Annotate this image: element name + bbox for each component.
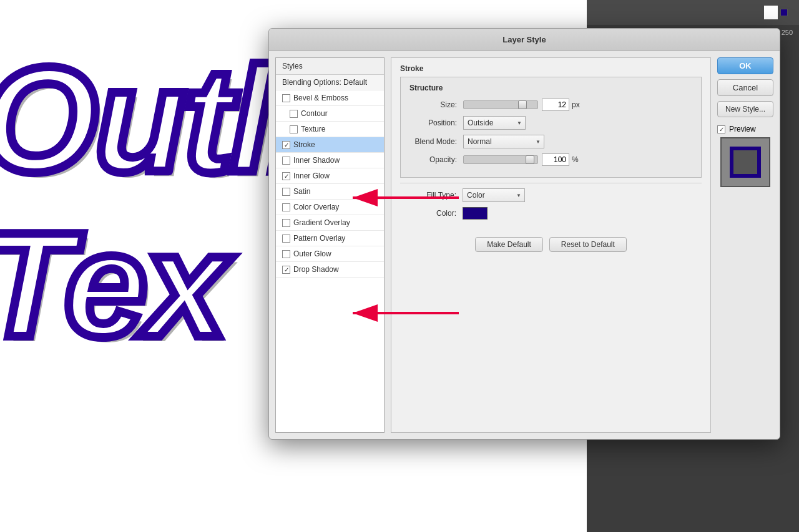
dialog-title: Layer Style	[502, 35, 546, 44]
ok-button[interactable]: OK	[717, 57, 773, 74]
styles-item-inner-shadow[interactable]: Inner Shadow	[276, 153, 384, 168]
satin-checkbox[interactable]	[282, 188, 290, 196]
drop-shadow-checkbox[interactable]	[282, 266, 290, 274]
right-action-buttons: OK Cancel New Style... Preview	[717, 57, 773, 433]
color-swatch-mini	[764, 6, 778, 19]
gradient-overlay-label: Gradient Overlay	[293, 218, 350, 227]
blend-mode-select[interactable]: Normal Multiply Screen	[463, 135, 544, 148]
size-unit: px	[572, 100, 580, 109]
size-label: Size:	[407, 100, 463, 109]
contour-checkbox[interactable]	[290, 110, 298, 118]
opacity-label: Opacity:	[407, 155, 463, 164]
size-slider-thumb	[518, 100, 527, 109]
styles-panel: Styles Blending Options: Default Bevel &…	[275, 57, 385, 433]
blending-options-label: Blending Options: Default	[282, 78, 367, 87]
preview-inner-square	[730, 147, 761, 178]
opacity-slider[interactable]	[463, 155, 538, 164]
contour-label: Contour	[301, 109, 328, 118]
preview-label-row: Preview	[717, 125, 773, 133]
gradient-overlay-checkbox[interactable]	[282, 219, 290, 227]
styles-item-texture[interactable]: Texture	[276, 122, 384, 137]
color-swatch-picker[interactable]	[463, 207, 488, 220]
blend-mode-label: Blend Mode:	[407, 137, 463, 146]
color-overlay-label: Color Overlay	[293, 203, 339, 211]
color-swatch-small	[780, 9, 788, 16]
dialog-body: Styles Blending Options: Default Bevel &…	[269, 51, 780, 439]
new-style-button[interactable]: New Style...	[717, 101, 773, 117]
opacity-unit: %	[572, 155, 579, 164]
canvas-text: Outli Tex	[0, 37, 307, 367]
outer-glow-checkbox[interactable]	[282, 250, 290, 258]
opacity-slider-thumb	[526, 155, 534, 164]
preview-box	[720, 137, 770, 187]
stroke-settings-box: Stroke Structure Size: px Position	[391, 57, 711, 433]
stroke-checkbox[interactable]	[282, 141, 290, 149]
arrow-inner-glow	[340, 184, 465, 215]
bevel-label: Bevel & Emboss	[293, 94, 348, 102]
styles-item-pattern-overlay[interactable]: Pattern Overlay	[276, 231, 384, 246]
styles-item-stroke[interactable]: Stroke	[276, 137, 384, 153]
blend-mode-row: Blend Mode: Normal Multiply Screen	[407, 135, 695, 148]
styles-item-outer-glow[interactable]: Outer Glow	[276, 246, 384, 262]
size-slider[interactable]	[463, 100, 538, 109]
blend-mode-select-wrapper: Normal Multiply Screen	[463, 135, 544, 148]
position-select[interactable]: Outside Inside Center	[463, 116, 526, 130]
styles-panel-header: Styles	[276, 58, 384, 75]
outer-glow-label: Outer Glow	[293, 249, 331, 258]
opacity-row: Opacity: %	[407, 153, 695, 166]
stroke-label: Stroke	[293, 140, 315, 149]
position-row: Position: Outside Inside Center	[407, 116, 695, 130]
make-default-button[interactable]: Make Default	[475, 237, 543, 252]
structure-title: Structure	[407, 84, 695, 92]
styles-item-inner-glow[interactable]: Inner Glow	[276, 168, 384, 184]
styles-item-blending[interactable]: Blending Options: Default	[276, 75, 384, 90]
color-overlay-checkbox[interactable]	[282, 203, 290, 211]
preview-section: Preview	[717, 125, 773, 187]
inner-glow-checkbox[interactable]	[282, 172, 290, 180]
opacity-input[interactable]	[542, 153, 569, 166]
size-row: Size: px	[407, 99, 695, 111]
satin-label: Satin	[293, 187, 310, 196]
reset-to-default-button[interactable]: Reset to Default	[549, 237, 627, 252]
preview-checkbox[interactable]	[717, 125, 725, 133]
inner-glow-label: Inner Glow	[293, 172, 330, 180]
styles-item-contour[interactable]: Contour	[276, 106, 384, 122]
size-input[interactable]	[542, 99, 569, 111]
position-select-wrapper: Outside Inside Center	[463, 116, 526, 130]
bevel-checkbox[interactable]	[282, 94, 290, 102]
structure-group: Structure Size: px Position:	[400, 77, 702, 178]
styles-item-drop-shadow[interactable]: Drop Shadow	[276, 262, 384, 278]
pattern-overlay-label: Pattern Overlay	[293, 234, 345, 243]
styles-item-gradient-overlay[interactable]: Gradient Overlay	[276, 215, 384, 231]
stroke-section-title: Stroke	[400, 64, 702, 73]
texture-label: Texture	[301, 125, 325, 133]
inner-shadow-checkbox[interactable]	[282, 157, 290, 165]
panel-top-bar	[587, 0, 799, 25]
preview-label: Preview	[729, 125, 756, 133]
styles-item-bevel[interactable]: Bevel & Emboss	[276, 90, 384, 106]
drop-shadow-label: Drop Shadow	[293, 265, 339, 274]
cancel-button[interactable]: Cancel	[717, 79, 773, 96]
arrow-drop-shadow	[340, 299, 465, 331]
texture-checkbox[interactable]	[290, 125, 298, 133]
fill-type-select-wrapper: Color Gradient Pattern	[463, 188, 525, 202]
layer-style-dialog: Layer Style Styles Blending Options: Def…	[268, 28, 780, 440]
dialog-titlebar: Layer Style	[269, 29, 780, 51]
position-label: Position:	[407, 118, 463, 127]
main-content-area: Stroke Structure Size: px Position	[391, 57, 711, 433]
pattern-overlay-checkbox[interactable]	[282, 235, 290, 243]
inner-shadow-label: Inner Shadow	[293, 156, 340, 165]
bottom-buttons: Make Default Reset to Default	[400, 225, 702, 252]
fill-type-select[interactable]: Color Gradient Pattern	[463, 188, 525, 202]
